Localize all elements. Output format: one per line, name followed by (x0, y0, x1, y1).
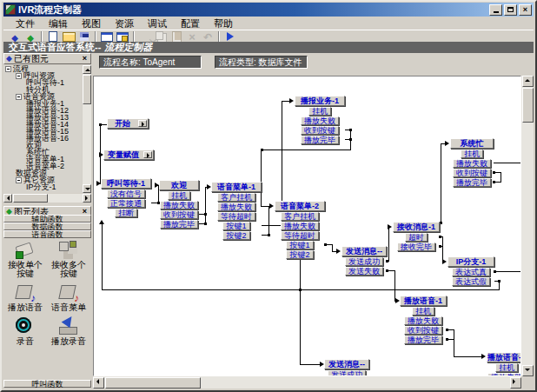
node-event[interactable]: 等待超时 (281, 231, 319, 240)
tree-horizontal-scrollbar[interactable] (3, 194, 91, 203)
copy-button[interactable] (153, 30, 169, 43)
node-event[interactable]: 挂机 (308, 107, 331, 116)
node-event[interactable]: 按键2 (222, 231, 249, 240)
undo-button[interactable] (200, 30, 215, 43)
menu-item[interactable]: 帮助 (207, 18, 240, 30)
node-title[interactable]: 播放语音-1 (400, 296, 447, 306)
canvas-scroll-right-button[interactable] (510, 377, 521, 389)
minimize-button[interactable] (489, 4, 502, 16)
node-event[interactable]: 表达式假 (452, 277, 490, 286)
category-data-functions[interactable]: 数据函数 (3, 223, 91, 230)
node-event[interactable]: 播放完毕 (160, 220, 198, 229)
node-event[interactable]: 客户挂机 (217, 193, 255, 202)
flow-node-send-msg-2[interactable]: 发送消息--发送成功发送失败 (324, 359, 369, 376)
menu-item[interactable]: 配置 (174, 18, 207, 30)
node-title[interactable]: 发送消息-- (341, 246, 387, 256)
node-event[interactable]: 等待超时 (217, 212, 255, 221)
node-title[interactable]: 播放语音-1 (487, 352, 521, 362)
paste-button[interactable] (169, 30, 184, 43)
close-button[interactable]: × (519, 4, 532, 16)
menu-item[interactable]: 调试 (141, 18, 174, 30)
node-expand-button[interactable] (138, 120, 147, 127)
node-event[interactable]: 收到按键 (160, 210, 198, 219)
node-title[interactable]: 系统忙 (450, 138, 494, 149)
category-voice-functions[interactable]: 语音函数 (3, 230, 91, 238)
tool-precord[interactable]: 播放录音 (47, 316, 90, 346)
node-event[interactable]: 按键1 (222, 222, 249, 230)
canvas-scroll-left-button[interactable] (93, 377, 104, 389)
import-flow-button[interactable] (99, 30, 115, 43)
tree-hscroll-thumb[interactable] (13, 194, 48, 203)
new-file-button[interactable] (45, 30, 61, 43)
flow-node-broadcast-1[interactable]: 播报业务-1挂机播放失败收到按键播放完毕 (295, 96, 345, 144)
category-call-functions[interactable]: 呼叫函数 (3, 380, 91, 388)
menu-item[interactable]: 资源 (108, 18, 141, 30)
flow-node-start[interactable]: 开始 (107, 118, 149, 129)
flow-node-ip-branch-1[interactable]: IP分支-1表达式真表达式假 (448, 256, 494, 286)
open-file-button[interactable] (61, 30, 76, 43)
flow-node-system-busy[interactable]: 系统忙挂机播放失败收到按键播放完毕 (450, 138, 494, 187)
title-bar[interactable]: IVR流程定制器 × (3, 3, 534, 17)
node-event[interactable]: 挂机 (412, 307, 434, 316)
node-event[interactable]: 发送失败 (345, 267, 383, 276)
canvas-horizontal-scrollbar[interactable] (93, 376, 521, 389)
canvas-hscroll-thumb[interactable] (105, 377, 201, 389)
node-event[interactable]: 挂机 (461, 149, 483, 158)
menu-item[interactable]: 视图 (75, 18, 108, 30)
tool-record[interactable]: 录音 (3, 316, 47, 346)
node-event[interactable]: 挂机 (168, 191, 190, 200)
node-title[interactable]: 开始 (107, 118, 149, 129)
node-event[interactable]: 收到按键 (301, 126, 339, 135)
tree-scroll-right-button[interactable] (83, 194, 91, 203)
node-event[interactable]: 播放完毕 (453, 178, 491, 187)
flow-node-send-msg-1[interactable]: 发送消息--发送成功发送失败 (341, 246, 387, 276)
node-title[interactable]: 播报业务-1 (295, 96, 345, 106)
node-title[interactable]: IP分支-1 (448, 256, 494, 267)
canvas-vscroll-thumb[interactable] (522, 88, 534, 123)
tree-vertical-scrollbar[interactable] (83, 65, 91, 193)
node-title[interactable]: 呼叫等待-1 (101, 178, 151, 189)
forward-button[interactable] (23, 30, 38, 43)
node-event[interactable]: 超时 (405, 233, 428, 242)
node-title[interactable]: 变量赋值 (103, 149, 154, 160)
node-event[interactable]: 挂断 (115, 209, 137, 217)
save-button[interactable] (76, 30, 92, 43)
tree-item[interactable]: 播放语音-16 (3, 135, 82, 142)
tool-pvoice[interactable]: 播放语音 (3, 282, 47, 312)
node-event[interactable]: 播放失败 (404, 316, 442, 325)
node-event[interactable]: 表达式真 (452, 268, 490, 276)
node-event[interactable]: 发送成功 (345, 257, 383, 266)
flow-canvas[interactable]: 开始变量赋值呼叫等待-1没有信号正常接通挂断欢迎挂机播放失败收到按键播放完毕语音… (93, 76, 521, 376)
run-button[interactable] (222, 30, 238, 43)
tool-keys[interactable]: 接收多个按键 (47, 239, 90, 278)
node-event[interactable]: 播放失败 (217, 203, 255, 211)
flow-node-play-voice-2[interactable]: 播放语音-1挂机播放失败 (487, 352, 521, 376)
tree-scroll-down-button[interactable] (83, 184, 91, 193)
flow-node-call-wait-1[interactable]: 呼叫等待-1没有信号正常接通挂断 (101, 178, 151, 217)
node-event[interactable]: 接收完毕 (397, 243, 435, 251)
node-title[interactable]: 发送消息-- (324, 359, 369, 369)
node-event[interactable]: 正常接通 (107, 199, 145, 208)
node-event[interactable]: 按键2 (286, 250, 313, 259)
node-title[interactable]: 语音菜单-2 (275, 201, 325, 211)
node-expand-button[interactable] (143, 151, 152, 158)
node-title[interactable]: 欢迎 (159, 180, 199, 190)
node-event[interactable]: 播放失败 (301, 116, 339, 125)
node-title[interactable]: 语音菜单-1 (211, 182, 262, 192)
export-flow-button[interactable] (115, 30, 130, 43)
tree-expander-icon[interactable] (16, 94, 22, 100)
close-existing-elements-button[interactable]: × (81, 55, 89, 63)
tool-hand[interactable]: 接收单个按键 (3, 239, 47, 278)
tool-vmenu[interactable]: 语音菜单 (47, 282, 90, 312)
node-event[interactable]: 收到按键 (404, 326, 442, 335)
tree-scroll-left-button[interactable] (3, 194, 12, 203)
category-helper-functions[interactable]: 辅助函数 (3, 215, 91, 223)
node-event[interactable]: 没有信号 (107, 189, 145, 198)
menu-item[interactable]: 文件 (9, 18, 42, 30)
node-event[interactable]: 播放完毕 (301, 136, 339, 144)
tree-item[interactable]: IP分支-1 (3, 183, 82, 190)
node-event[interactable]: 播放失败 (281, 222, 319, 230)
delete-button[interactable] (184, 30, 200, 43)
node-event[interactable]: 收到按键 (453, 169, 491, 177)
tree-scroll-thumb[interactable] (83, 75, 91, 104)
